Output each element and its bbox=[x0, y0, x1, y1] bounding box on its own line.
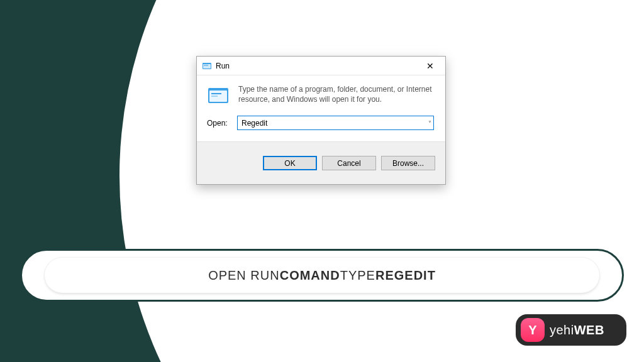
description-row: Type the name of a program, folder, docu… bbox=[207, 84, 434, 107]
dialog-description: Type the name of a program, folder, docu… bbox=[238, 84, 434, 104]
cancel-button[interactable]: Cancel bbox=[322, 156, 376, 170]
logo-text: yehiWEB bbox=[550, 323, 604, 337]
svg-rect-6 bbox=[211, 96, 218, 97]
open-row: Open: ˅ bbox=[207, 116, 434, 130]
dialog-body: Type the name of a program, folder, docu… bbox=[197, 75, 445, 141]
svg-rect-1 bbox=[203, 64, 211, 69]
run-large-icon bbox=[207, 84, 230, 107]
caption-text: OPEN RUN COMAND TYPE REGEDIT bbox=[45, 258, 599, 293]
run-icon bbox=[202, 61, 212, 71]
logo-mark: Y bbox=[521, 318, 545, 342]
caption-part-4: REGEDIT bbox=[375, 268, 436, 283]
open-label: Open: bbox=[207, 119, 230, 128]
logo-text-b: WEB bbox=[574, 323, 604, 337]
caption-part-2: COMAND bbox=[280, 268, 340, 283]
dialog-title: Run bbox=[216, 62, 416, 70]
browse-button[interactable]: Browse... bbox=[381, 156, 435, 170]
logo-badge: Y yehiWEB bbox=[516, 314, 626, 346]
ok-button[interactable]: OK bbox=[263, 156, 317, 170]
dialog-footer: OK Cancel Browse... bbox=[197, 141, 445, 184]
logo-text-a: yehi bbox=[550, 323, 574, 337]
run-dialog: Run ✕ Type the name of a program, folder… bbox=[196, 56, 446, 185]
close-icon: ✕ bbox=[426, 62, 434, 70]
caption-part-3: TYPE bbox=[340, 268, 375, 283]
caption-pill: OPEN RUN COMAND TYPE REGEDIT bbox=[20, 249, 624, 302]
open-input[interactable] bbox=[237, 116, 434, 130]
open-combobox[interactable]: ˅ bbox=[237, 116, 434, 130]
caption-part-1: OPEN RUN bbox=[208, 268, 280, 283]
titlebar[interactable]: Run ✕ bbox=[197, 57, 445, 75]
svg-rect-5 bbox=[211, 93, 221, 94]
svg-rect-2 bbox=[204, 65, 208, 65]
close-button[interactable]: ✕ bbox=[416, 57, 444, 75]
